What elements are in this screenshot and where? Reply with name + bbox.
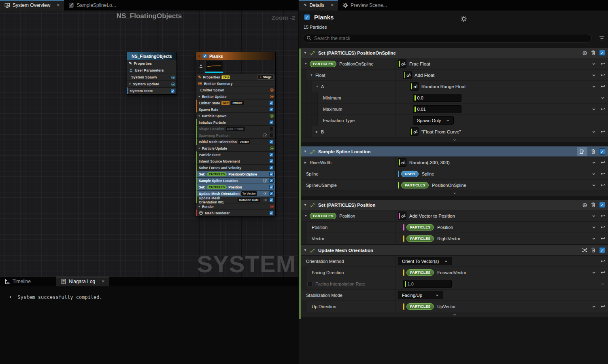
module-enabled-checkbox[interactable]: ✓ <box>599 247 605 253</box>
system-spawn-row[interactable]: System Spawn <box>127 74 176 80</box>
module-enabled-checkbox[interactable]: ✓ <box>599 148 605 154</box>
emitter-enabled-checkbox[interactable]: ✓ <box>304 14 310 20</box>
trash-icon[interactable] <box>590 202 596 208</box>
maximum-input[interactable]: 0.01 <box>413 105 461 113</box>
emitter-summary-row[interactable]: Emitter Summary <box>196 80 275 87</box>
reset-icon[interactable]: ↩ <box>601 160 605 165</box>
module-checkbox[interactable]: ✓ <box>269 185 274 189</box>
param-row[interactable]: Spline USER Spline ↩ <box>301 168 608 180</box>
reset-icon[interactable]: ↩ <box>601 129 605 134</box>
dynamic-input-icon[interactable] <box>410 127 419 136</box>
enabled-checkbox[interactable]: ✓ <box>170 89 175 93</box>
reset-icon[interactable]: ↩ <box>601 72 605 78</box>
initial-mesh-orientation-row[interactable]: Initial Mesh Orientation Vector ✓ <box>196 138 275 145</box>
param-row[interactable]: Orientation Method Orient To Vector(s) ↩ <box>301 256 608 267</box>
section-header[interactable]: ▼ Set (PARTICLES) Position ⊕ ✓ <box>301 200 608 210</box>
module-checkbox[interactable]: ✓ <box>269 178 274 183</box>
particles-pill[interactable]: PARTICLES <box>406 269 434 276</box>
system-update-row[interactable]: ▼ System Update <box>127 80 176 87</box>
inherit-source-movement-row[interactable]: Inherit Source Movement ✓ <box>196 158 275 164</box>
stack-search-bar[interactable] <box>303 34 592 42</box>
collapse-triangle-icon[interactable]: ▼ <box>304 248 307 252</box>
collapse-triangle-icon[interactable]: ▼ <box>310 74 313 76</box>
system-node-header[interactable]: NS_FloatingObjects <box>127 52 176 60</box>
add-parameter-icon[interactable]: ⊕ <box>582 50 587 56</box>
particle-state-row[interactable]: Particle State ✓ <box>196 151 275 158</box>
param-row[interactable]: SplineUSample PARTICLES PositionOnSpline… <box>301 180 608 191</box>
module-checkbox[interactable]: ✓ <box>269 120 274 125</box>
add-parameter-icon[interactable]: ⊕ <box>582 202 587 208</box>
tab-preview-scene[interactable]: Preview Scene... <box>338 0 391 11</box>
module-checkbox[interactable]: ✓ <box>269 191 274 196</box>
reset-icon[interactable]: ↩ <box>601 224 605 230</box>
stage-ring-icon[interactable] <box>270 205 274 208</box>
sample-spline-location-row[interactable]: Sample Spline Location ✓ <box>196 177 275 184</box>
dynamic-input-icon[interactable] <box>403 71 412 79</box>
chevron-down-icon[interactable] <box>600 95 605 100</box>
open-scratchpad-button[interactable] <box>577 147 587 156</box>
param-row[interactable]: ▼ PARTICLES PositionOnSpline Frac Float … <box>301 58 608 70</box>
user-pill[interactable]: USER <box>401 171 419 177</box>
minimum-input[interactable]: 0.0 <box>413 94 461 102</box>
node-graph-canvas[interactable]: NS_FloatingObjects Zoom -2 SYSTEM NS_Flo… <box>0 11 298 277</box>
module-checkbox[interactable]: ✓ <box>269 159 274 163</box>
module-checkbox[interactable] <box>269 127 274 131</box>
chevron-down-icon[interactable] <box>591 225 596 230</box>
expand-triangle-icon[interactable]: ▶ <box>316 130 319 133</box>
facing-interpolation-rate-input[interactable]: 1.0 <box>403 280 452 288</box>
trash-icon[interactable] <box>590 50 596 56</box>
initialize-particle-row[interactable]: Initialize Particle ✓ <box>196 119 275 125</box>
add-stage-button[interactable]: + Stage <box>257 74 274 80</box>
chevron-down-icon[interactable] <box>591 160 596 165</box>
module-checkbox[interactable]: ✓ <box>269 211 274 215</box>
particles-pill[interactable]: PARTICLES <box>310 61 336 67</box>
dynamic-input-icon[interactable] <box>410 82 419 91</box>
search-input[interactable] <box>314 36 588 41</box>
system-state-row[interactable]: System State ✓ <box>127 87 176 94</box>
stage-ring-icon[interactable] <box>270 146 274 150</box>
dynamic-input-icon[interactable] <box>398 158 406 167</box>
dynamic-input-icon[interactable] <box>398 212 406 220</box>
module-enabled-checkbox[interactable]: ✓ <box>599 50 605 56</box>
particles-pill[interactable]: PARTICLES <box>310 213 336 219</box>
param-row[interactable]: Stabilization Mode Facing/Up <box>301 290 608 301</box>
particles-pill[interactable]: PARTICLES <box>406 235 434 242</box>
dynamic-input-icon[interactable] <box>398 59 406 68</box>
chevron-down-icon[interactable] <box>591 236 596 241</box>
particles-pill[interactable]: PARTICLES <box>401 182 429 188</box>
chevron-down-icon[interactable] <box>591 304 596 309</box>
module-checkbox[interactable]: ✓ <box>269 172 274 176</box>
chevron-down-icon[interactable] <box>591 61 596 66</box>
param-row[interactable]: ▼ A Random Range Float ↩ <box>301 81 608 92</box>
param-row[interactable]: Up Direction PARTICLES UpVector ↩ <box>301 301 608 312</box>
reset-icon[interactable]: ↩ <box>601 304 605 309</box>
eye-icon[interactable] <box>263 198 268 202</box>
update-mesh-orientation-001-row[interactable]: Update Mesh Orientation 001 Rotation Rat… <box>196 197 275 203</box>
param-row[interactable]: ▶ RiverWidth Random(-300, 300) ↩ <box>301 157 608 168</box>
tab-niagara-log[interactable]: Niagara Log × <box>56 277 109 286</box>
module-enabled-checkbox[interactable]: ✓ <box>599 202 605 208</box>
chevron-down-icon[interactable] <box>591 183 596 188</box>
param-row[interactable]: Facing Direction PARTICLES ForwardVector… <box>301 267 608 278</box>
set-position-on-spline-row[interactable]: Set: PARTICLES PositionOnSpline ✓ <box>196 171 275 177</box>
emitter-enabled-checkbox[interactable]: ✓ <box>203 54 207 58</box>
section-header[interactable]: ▼ Set (PARTICLES) PositionOnSpline ⊕ ✓ <box>301 48 608 58</box>
stage-ring-icon[interactable] <box>270 95 274 98</box>
spawn-rate-row[interactable]: Spawn Rate ✓ <box>196 106 275 112</box>
reset-icon[interactable]: ↩ <box>601 258 605 264</box>
param-row[interactable]: ▶ B "Float From Curve" ↩ <box>301 126 608 138</box>
collapse-triangle-icon[interactable]: ▼ <box>198 115 200 117</box>
param-row[interactable]: Vector PARTICLES RightVector ↩ <box>301 233 608 244</box>
close-icon[interactable]: × <box>331 2 334 8</box>
particles-pill[interactable]: PARTICLES <box>406 224 434 231</box>
section-header[interactable]: ▼ Update Mesh Orientation ✓ <box>301 245 608 256</box>
particles-pill[interactable]: PARTICLES <box>406 303 434 310</box>
chevron-down-icon[interactable] <box>591 270 596 275</box>
close-icon[interactable]: × <box>57 2 60 8</box>
emitter-node-planks[interactable]: ▼ ✓ Planks ✎ Properties CPU <box>196 52 276 216</box>
emitter-update-group-row[interactable]: ▼ Emitter Update <box>196 93 275 99</box>
param-row[interactable]: Position PARTICLES Position ↩ <box>301 222 608 233</box>
param-row[interactable]: Maximum 0.01 ↩ <box>301 104 608 115</box>
chevron-down-icon[interactable] <box>591 73 596 78</box>
section-expander[interactable] <box>301 312 608 317</box>
